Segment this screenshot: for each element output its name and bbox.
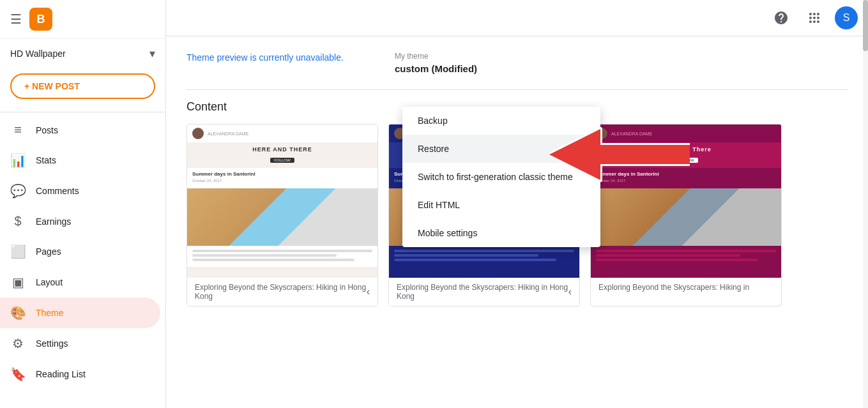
help-button[interactable] [768,5,794,31]
posts-icon: ≡ [10,123,26,137]
sidebar-item-theme[interactable]: 🎨 Theme [0,298,160,328]
sidebar-item-label: Comments [36,186,79,196]
sidebar-item-earnings[interactable]: $ Earnings [0,206,160,236]
theme-card-image-rose: ALEXANDRA DAME Here and There FOLLOW Sum… [591,125,781,278]
top-bar: S [166,0,868,36]
my-theme-panel: My theme custom (Modified) [395,52,477,74]
sidebar-item-label: Posts [36,125,58,135]
my-theme-name: custom (Modified) [395,63,477,74]
sidebar-item-reading-list[interactable]: 🔖 Reading List [0,359,160,389]
card-image-placeholder [187,188,377,246]
pages-icon: ⬜ [10,244,26,259]
sidebar-item-posts[interactable]: ≡ Posts [0,115,160,145]
sidebar-item-label: Reading List [36,369,86,379]
sidebar-item-label: Earnings [36,216,71,227]
scrollbar-track [863,0,868,408]
sidebar-item-label: Pages [36,246,61,257]
dropdown-item-backup[interactable]: Backup [402,107,600,135]
dropdown-item-switch-classic[interactable]: Switch to first-generation classic theme [402,163,600,191]
dropdown-item-mobile-settings[interactable]: Mobile settings [402,219,600,247]
content-area: Theme preview is currently unavailable. … [166,36,868,408]
card-image-placeholder-rose [591,188,781,246]
divider [187,89,848,90]
new-post-button[interactable]: + NEW POST [10,73,155,99]
settings-icon: ⚙ [10,336,26,351]
sidebar-item-label: Settings [36,338,68,349]
theme-card-footer-light: Exploring Beyond the Skyscrapers: Hiking… [187,278,377,306]
dropdown-menu: Backup Restore Switch to first-generatio… [402,107,600,247]
earnings-icon: $ [10,214,26,229]
user-avatar[interactable]: S [835,6,858,29]
sidebar-item-label: Stats [36,155,56,165]
chevron-down-icon: ▾ [149,47,155,61]
blog-name: HD Wallpaper [10,49,66,59]
sidebar-divider [0,112,165,112]
theme-icon: 🎨 [10,305,26,321]
sidebar-item-label: Theme [36,308,64,318]
layout-icon: ▣ [10,275,26,290]
card-name-dark: Exploring Beyond the Skyscrapers: Hiking… [397,283,568,301]
my-theme-label: My theme [395,52,477,61]
theme-card-footer-rose: Exploring Beyond the Skyscrapers: Hiking… [591,278,781,297]
reading-list-icon: 🔖 [10,366,26,382]
comments-icon: 💬 [10,183,26,199]
theme-card-rose[interactable]: ALEXANDRA DAME Here and There FOLLOW Sum… [590,124,782,306]
dropdown-item-restore[interactable]: Restore [402,135,600,163]
stats-icon: 📊 [10,153,26,168]
new-post-label: + NEW POST [24,81,80,91]
hamburger-icon[interactable]: ☰ [10,11,22,27]
theme-card-light[interactable]: ALEXANDRA DAME HERE AND THERE FOLLOW Sum… [187,124,378,306]
card-nav-left-dark[interactable]: ‹ [568,286,572,298]
preview-message: Theme preview is currently unavailable. [187,52,344,74]
main-content: S Theme preview is currently unavailable… [166,0,868,408]
sidebar-item-pages[interactable]: ⬜ Pages [0,236,160,267]
dropdown-item-edit-html[interactable]: Edit HTML [402,191,600,219]
blog-selector[interactable]: HD Wallpaper ▾ [0,39,165,68]
apps-button[interactable] [802,5,827,31]
sidebar-item-stats[interactable]: 📊 Stats [0,145,160,176]
scrollbar-thumb[interactable] [863,0,868,51]
sidebar-item-layout[interactable]: ▣ Layout [0,267,160,298]
theme-card-image-light: ALEXANDRA DAME HERE AND THERE FOLLOW Sum… [187,125,377,278]
card-name-rose: Exploring Beyond the Skyscrapers: Hiking… [598,283,749,292]
card-name-light: Exploring Beyond the Skyscrapers: Hiking… [195,283,367,301]
blogger-logo: B [29,8,52,31]
sidebar-item-label: Layout [36,277,63,287]
card-nav-left[interactable]: ‹ [367,286,370,298]
sidebar-item-comments[interactable]: 💬 Comments [0,176,160,206]
sidebar-item-settings[interactable]: ⚙ Settings [0,328,160,359]
sidebar-header: ☰ B [0,0,165,39]
theme-card-footer-dark: Exploring Beyond the Skyscrapers: Hiking… [389,278,579,306]
sidebar: ☰ B HD Wallpaper ▾ + NEW POST ≡ Posts 📊 … [0,0,166,408]
